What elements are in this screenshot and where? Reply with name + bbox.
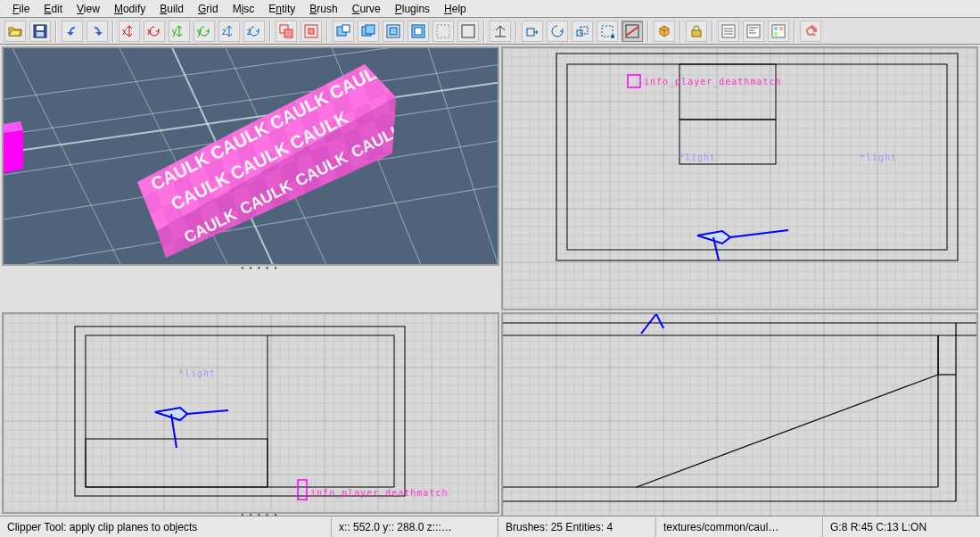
csg-merge-icon[interactable] xyxy=(358,21,379,42)
menu-brush[interactable]: Brush xyxy=(302,1,344,17)
scale-icon[interactable] xyxy=(572,21,593,42)
svg-rect-10 xyxy=(284,29,292,37)
sel-inside-icon[interactable] xyxy=(301,21,322,42)
svg-rect-35 xyxy=(747,25,760,37)
sel-touching-icon[interactable] xyxy=(276,21,297,42)
roty-icon[interactable]: y xyxy=(194,21,215,42)
entity-list-icon[interactable] xyxy=(718,21,739,42)
toolbar-separator xyxy=(712,21,713,42)
svg-rect-177 xyxy=(628,75,640,87)
svg-line-360 xyxy=(656,314,663,328)
redo-icon[interactable] xyxy=(86,21,108,42)
svg-rect-260 xyxy=(75,326,405,496)
svg-line-356 xyxy=(637,375,938,487)
svg-rect-2 xyxy=(37,32,44,37)
texture-browser-icon[interactable] xyxy=(768,21,789,42)
svg-text:x: x xyxy=(122,27,127,37)
refresh-icon[interactable] xyxy=(800,21,821,42)
menu-bar: FileEditViewModifyBuildGridMiscEntityBru… xyxy=(0,0,980,18)
viewport-yz-side[interactable] xyxy=(501,312,978,537)
menu-entity[interactable]: Entity xyxy=(261,1,302,17)
detail-icon[interactable] xyxy=(432,21,454,42)
flipx-icon[interactable]: x xyxy=(119,21,140,42)
svg-rect-20 xyxy=(415,28,422,35)
svg-rect-22 xyxy=(462,25,474,37)
translate-icon[interactable] xyxy=(522,21,543,42)
svg-rect-42 xyxy=(774,32,778,36)
svg-rect-18 xyxy=(390,28,397,35)
rotz-icon[interactable]: z xyxy=(243,21,265,42)
toolbar-separator xyxy=(679,21,681,42)
svg-rect-30 xyxy=(692,30,701,37)
clipper-icon[interactable] xyxy=(622,21,643,42)
camera-widget xyxy=(697,230,788,260)
status-grid: G:8 R:45 C:13 L:ON xyxy=(822,517,980,537)
svg-rect-23 xyxy=(527,29,534,36)
toolbar-separator xyxy=(515,21,517,42)
svg-line-29 xyxy=(626,27,638,36)
resize-icon[interactable] xyxy=(597,21,618,42)
structural-icon[interactable] xyxy=(457,21,479,42)
toolbar-separator xyxy=(269,21,271,42)
menu-curve[interactable]: Curve xyxy=(345,1,388,17)
menu-edit[interactable]: Edit xyxy=(37,1,70,17)
toolbar-separator xyxy=(794,21,795,42)
room-icon[interactable] xyxy=(408,21,429,42)
flipy-icon[interactable]: y xyxy=(169,21,190,42)
hollow-icon[interactable] xyxy=(383,21,404,42)
rotate-icon[interactable] xyxy=(547,21,568,42)
status-counts: Brushes: 25 Entities: 4 xyxy=(498,517,655,537)
rotx-icon[interactable]: x xyxy=(144,21,165,42)
svg-point-27 xyxy=(611,35,614,38)
svg-rect-14 xyxy=(342,25,350,32)
menu-build[interactable]: Build xyxy=(152,1,191,17)
light-label: *light xyxy=(178,368,216,378)
svg-text:z: z xyxy=(222,27,226,37)
svg-marker-56 xyxy=(4,130,23,173)
menu-misc[interactable]: Misc xyxy=(226,1,262,17)
viewport-xy-top[interactable]: info_player_deathmatch *light *light xyxy=(501,46,978,310)
svg-rect-26 xyxy=(602,26,613,37)
csg-subtract-icon[interactable] xyxy=(333,21,354,42)
open-icon[interactable] xyxy=(4,21,26,42)
status-bar: Clipper Tool: apply clip planes to objec… xyxy=(0,516,980,537)
status-texture: textures/common/caul… xyxy=(655,517,822,537)
menu-file[interactable]: File xyxy=(5,1,37,17)
spawn-marker: info_player_deathmatch xyxy=(628,75,781,87)
svg-rect-41 xyxy=(779,27,783,30)
status-hint: Clipper Tool: apply clip planes to objec… xyxy=(0,517,331,537)
toolbar: xxyyzz xyxy=(0,18,980,45)
menu-modify[interactable]: Modify xyxy=(107,1,152,17)
viewport-xz-front[interactable]: *light info_player_deathmatch xyxy=(2,312,499,514)
spawn-marker: info_player_deathmatch xyxy=(298,480,448,500)
light-label: *light xyxy=(860,153,897,162)
status-coords: x:: 552.0 y:: 288.0 z:::… xyxy=(331,517,498,537)
light-label: *light xyxy=(679,153,716,162)
undo-icon[interactable] xyxy=(62,21,83,42)
svg-text:y: y xyxy=(172,27,177,37)
svg-rect-267 xyxy=(298,480,307,500)
menu-plugins[interactable]: Plugins xyxy=(388,1,437,17)
toolbar-separator xyxy=(112,21,114,42)
menu-help[interactable]: Help xyxy=(437,1,474,17)
cubic-clip-icon[interactable] xyxy=(654,21,675,42)
viewport-3d-camera[interactable]: CAULK CAULK CAULK CAULK CAULK CAULK CAUL… xyxy=(2,46,499,266)
menu-grid[interactable]: Grid xyxy=(191,1,226,17)
menu-view[interactable]: View xyxy=(70,1,107,17)
camera-icon[interactable] xyxy=(490,21,511,42)
entity-insp-icon[interactable] xyxy=(743,21,764,42)
toolbar-separator xyxy=(326,21,328,42)
spawn-label: info_player_deathmatch xyxy=(310,488,448,499)
flipz-icon[interactable]: z xyxy=(218,21,240,42)
texture-lock-icon[interactable] xyxy=(686,21,707,42)
save-icon[interactable] xyxy=(29,21,51,42)
toolbar-separator xyxy=(483,21,485,42)
svg-rect-12 xyxy=(309,29,314,34)
viewports: CAULK CAULK CAULK CAULK CAULK CAULK CAUL… xyxy=(0,45,980,516)
toolbar-separator xyxy=(55,21,57,42)
svg-rect-24 xyxy=(577,30,582,36)
toolbar-separator xyxy=(647,21,649,42)
svg-rect-1 xyxy=(37,26,44,30)
spawn-label: info_player_deathmatch xyxy=(644,77,781,87)
camera-widget xyxy=(641,314,663,334)
